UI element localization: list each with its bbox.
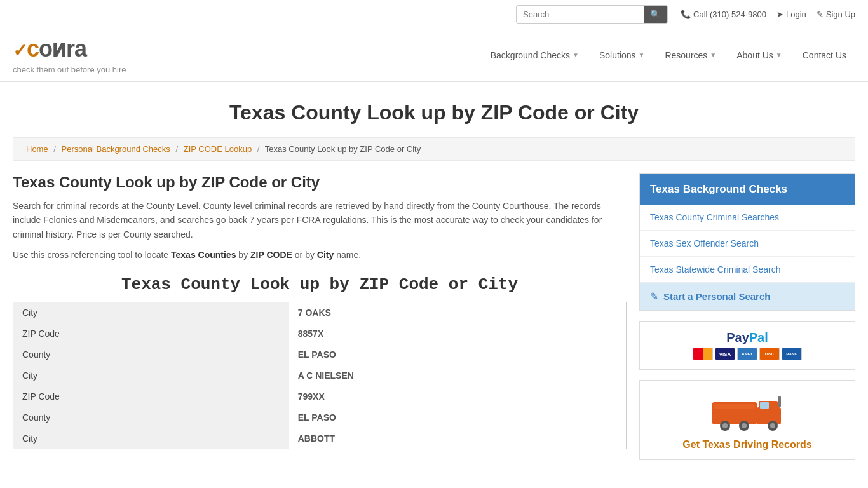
svg-point-7 [742,423,747,428]
table-row: CountyEL PASO [13,344,627,365]
nav-resources[interactable]: Resources ▼ [656,34,725,76]
phone-icon: 📞 [681,10,691,19]
bank-icon: BANK [782,348,802,360]
search-input[interactable] [517,6,644,22]
driving-records-box: Get Texas Driving Records [639,380,855,460]
page-title-section: Texas County Look up by ZIP Code or City [0,82,868,137]
search-button[interactable]: 🔍 [644,6,667,23]
breadcrumb-personal[interactable]: Personal Background Checks [62,144,170,154]
table-cell-label: County [13,344,289,365]
edit-icon: ✎ [650,290,658,302]
table-cell-value: A C NIELSEN [289,365,627,386]
sidebar-link-county-criminal[interactable]: Texas County Criminal Searches [640,205,855,231]
table-row: CityA C NIELSEN [13,365,627,386]
paypal-logo: PayPal [726,330,768,345]
svg-rect-1 [757,407,781,424]
signup-link[interactable]: ✎ Sign Up [817,10,855,19]
discover-icon: DISC [759,348,780,360]
chevron-down-icon: ▼ [776,51,782,58]
top-links: 📞 Call (310) 524-9800 ➤ Login ✎ Sign Up [681,10,855,19]
table-cell-value: 7 OAKS [289,302,627,323]
nav-contact-us[interactable]: Contact Us [794,34,855,76]
paypal-box: PayPal VISA AMEX DISC BANK [639,321,855,370]
call-link[interactable]: 📞 Call (310) 524-9800 [681,10,766,19]
nav-about-us[interactable]: About Us ▼ [728,34,791,76]
logo-n: ɴ [52,36,66,62]
table-row: CityABBOTT [13,428,627,449]
sidebar-box-header: Texas Background Checks [640,174,855,205]
content-para2: Use this cross referencing tool to locat… [13,248,627,262]
svg-point-5 [722,423,728,428]
logo-c: c [27,36,39,62]
content-heading: Texas County Look up by ZIP Code or City [13,173,627,191]
logo-a: a [74,36,86,62]
nav-background-checks[interactable]: Background Checks ▼ [482,34,588,76]
main-wrapper: Texas County Look up by ZIP Code or City… [0,173,868,479]
svg-rect-3 [760,402,769,409]
chevron-down-icon: ▼ [573,51,579,58]
amex-icon: AMEX [737,348,757,360]
table-row: City7 OAKS [13,302,627,323]
login-icon: ➤ [776,10,783,19]
svg-rect-10 [778,396,781,407]
sidebar: Texas Background Checks Texas County Cri… [639,173,855,460]
table-cell-label: City [13,302,289,323]
card-icons: VISA AMEX DISC BANK [693,348,802,360]
truck-icon [709,390,785,434]
table-row: CountyEL PASO [13,407,627,428]
paypal-inner: PayPal VISA AMEX DISC BANK [693,330,802,360]
table-cell-label: ZIP Code [13,386,289,407]
table-cell-label: ZIP Code [13,323,289,344]
table-row: ZIP Code8857X [13,323,627,344]
chevron-down-icon: ▼ [639,51,645,58]
svg-point-9 [770,423,775,428]
table-cell-value: 799XX [289,386,627,407]
login-link[interactable]: ➤ Login [776,10,806,19]
sidebar-cta-link[interactable]: Start a Personal Search [663,291,770,302]
sidebar-texas-bg-box: Texas Background Checks Texas County Cri… [639,173,855,311]
table-row: ZIP Code799XX [13,386,627,407]
search-form: 🔍 [516,5,668,24]
logo-r: r [66,36,74,62]
breadcrumb-current: Texas County Look up by ZIP Code or City [265,144,421,154]
table-cell-label: City [13,428,289,449]
logo-checkmark: ✓ [13,41,27,60]
top-bar: 🔍 📞 Call (310) 524-9800 ➤ Login ✎ Sign U… [0,0,868,29]
navbar: ✓coɴra check them out before you hire Ba… [0,29,868,82]
breadcrumb-home[interactable]: Home [26,144,48,154]
page-title: Texas County Look up by ZIP Code or City [13,101,855,125]
svg-rect-11 [714,404,755,409]
table-cell-value: EL PASO [289,407,627,428]
logo-area: ✓coɴra check them out before you hire [13,29,126,81]
nav-links: Background Checks ▼ Solutions ▼ Resource… [482,34,855,76]
table-cell-value: 8857X [289,323,627,344]
breadcrumb: Home / Personal Background Checks / ZIP … [13,137,855,161]
logo-tagline: check them out before you hire [13,65,126,74]
mastercard-icon [693,348,713,360]
table-cell-value: ABBOTT [289,428,627,449]
breadcrumb-zip[interactable]: ZIP CODE Lookup [184,144,252,154]
content-area: Texas County Look up by ZIP Code or City… [13,173,627,460]
signup-icon: ✎ [817,10,824,19]
lookup-table: City7 OAKSZIP Code8857XCountyEL PASOCity… [13,302,627,449]
logo: ✓coɴra check them out before you hire [13,36,126,74]
nav-solutions[interactable]: Solutions ▼ [590,34,654,76]
sidebar-cta: ✎ Start a Personal Search [640,283,855,310]
sidebar-links: Texas County Criminal Searches Texas Sex… [640,205,855,283]
content-para1: Search for criminal records at the Count… [13,199,627,241]
lookup-table-title: Texas County Look up by ZIP Code or City [13,275,627,294]
visa-icon: VISA [715,348,735,360]
search-icon: 🔍 [650,10,661,19]
sidebar-link-statewide-criminal[interactable]: Texas Statewide Criminal Search [640,257,855,283]
sidebar-link-sex-offender[interactable]: Texas Sex Offender Search [640,231,855,257]
table-cell-label: County [13,407,289,428]
table-cell-label: City [13,365,289,386]
driving-records-title: Get Texas Driving Records [649,439,846,451]
logo-o: o [39,36,52,62]
chevron-down-icon: ▼ [710,51,716,58]
table-cell-value: EL PASO [289,344,627,365]
